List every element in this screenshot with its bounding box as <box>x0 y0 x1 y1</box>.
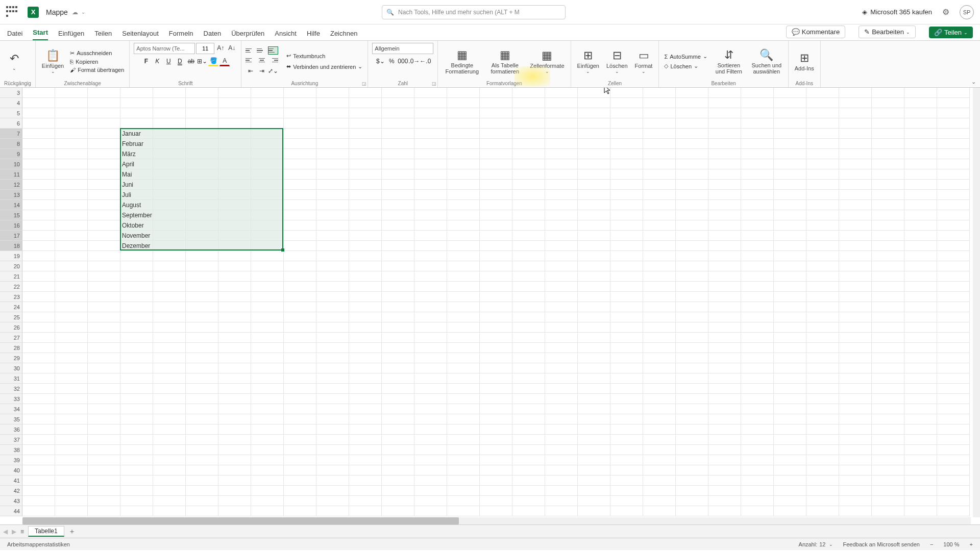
cell[interactable] <box>578 282 610 292</box>
cell[interactable] <box>676 343 708 353</box>
cell[interactable] <box>186 98 218 108</box>
cell[interactable] <box>153 414 186 424</box>
cell[interactable] <box>447 210 480 220</box>
cell[interactable] <box>55 200 88 210</box>
currency-button[interactable]: $⌄ <box>375 56 385 66</box>
cell[interactable] <box>937 414 970 424</box>
cell[interactable] <box>643 159 676 169</box>
cell[interactable] <box>88 302 120 312</box>
cell[interactable] <box>806 200 839 210</box>
cell[interactable] <box>708 465 741 475</box>
cell[interactable] <box>88 200 120 210</box>
cell[interactable] <box>937 220 970 231</box>
cell[interactable] <box>806 190 839 200</box>
cell[interactable] <box>447 149 480 159</box>
cell[interactable] <box>251 220 284 231</box>
cell[interactable] <box>545 292 578 302</box>
cell[interactable] <box>774 88 806 98</box>
cell[interactable] <box>774 363 806 373</box>
cell[interactable] <box>806 251 839 261</box>
cell[interactable] <box>382 465 414 475</box>
tab-datei[interactable]: Datei <box>7 30 22 40</box>
cell[interactable] <box>708 169 741 180</box>
cell[interactable] <box>676 465 708 475</box>
cell[interactable] <box>414 302 447 312</box>
cell[interactable] <box>937 486 970 496</box>
cell[interactable] <box>708 302 741 312</box>
cell[interactable] <box>774 251 806 261</box>
cell[interactable] <box>414 200 447 210</box>
cell[interactable] <box>284 149 316 159</box>
cell[interactable] <box>120 118 153 129</box>
cell[interactable] <box>349 363 382 373</box>
cell[interactable] <box>316 435 349 445</box>
cell[interactable] <box>839 445 872 455</box>
cell[interactable] <box>839 424 872 435</box>
cell[interactable] <box>349 424 382 435</box>
cell[interactable] <box>480 180 512 190</box>
cell[interactable] <box>218 404 251 414</box>
cell[interactable] <box>251 282 284 292</box>
cell[interactable] <box>578 465 610 475</box>
cell[interactable] <box>741 159 774 169</box>
increase-decimal-button[interactable]: .0→ <box>409 56 419 66</box>
cell[interactable] <box>218 475 251 486</box>
align-left-button[interactable] <box>246 56 256 64</box>
cell[interactable] <box>414 231 447 241</box>
cell[interactable] <box>904 271 937 282</box>
row-header[interactable]: 24 <box>0 302 22 312</box>
cell[interactable] <box>382 333 414 343</box>
cell[interactable] <box>447 200 480 210</box>
row-header[interactable]: 8 <box>0 139 22 149</box>
cell[interactable] <box>218 506 251 516</box>
cell[interactable] <box>512 404 545 414</box>
cell[interactable] <box>349 118 382 129</box>
cell[interactable] <box>904 363 937 373</box>
cell[interactable] <box>316 414 349 424</box>
cell[interactable] <box>251 445 284 455</box>
cell[interactable] <box>153 506 186 516</box>
cell[interactable] <box>22 384 55 394</box>
cell[interactable] <box>251 486 284 496</box>
cell[interactable] <box>55 465 88 475</box>
decrease-font-button[interactable]: A↓ <box>227 43 237 53</box>
cell[interactable] <box>545 343 578 353</box>
row-header[interactable]: 38 <box>0 445 22 455</box>
cell[interactable] <box>839 333 872 343</box>
cell[interactable] <box>610 108 643 118</box>
cell[interactable] <box>447 231 480 241</box>
cell[interactable] <box>708 108 741 118</box>
cell[interactable] <box>251 271 284 282</box>
cell[interactable] <box>218 363 251 373</box>
cell[interactable] <box>676 180 708 190</box>
workbook-stats-label[interactable]: Arbeitsmappenstatistiken <box>7 541 70 547</box>
cell[interactable] <box>186 180 218 190</box>
cell[interactable] <box>186 414 218 424</box>
cell[interactable] <box>480 312 512 322</box>
cell[interactable] <box>708 190 741 200</box>
cell[interactable] <box>382 118 414 129</box>
cell[interactable] <box>806 404 839 414</box>
cell[interactable] <box>610 486 643 496</box>
cell[interactable] <box>55 129 88 139</box>
cell[interactable] <box>88 261 120 271</box>
cell[interactable] <box>447 322 480 333</box>
cell[interactable] <box>774 180 806 190</box>
cell[interactable] <box>120 435 153 445</box>
cell[interactable] <box>676 475 708 486</box>
cell[interactable] <box>937 475 970 486</box>
cell[interactable] <box>806 353 839 363</box>
cell[interactable] <box>88 220 120 231</box>
cell[interactable] <box>55 88 88 98</box>
cell[interactable] <box>839 404 872 414</box>
cell[interactable] <box>153 445 186 455</box>
cell[interactable] <box>251 414 284 424</box>
cell[interactable] <box>741 98 774 108</box>
cell[interactable] <box>643 271 676 282</box>
find-select-button[interactable]: 🔍Suchen und auswählen <box>749 47 784 76</box>
cell[interactable] <box>349 180 382 190</box>
cell[interactable] <box>872 404 904 414</box>
cell[interactable] <box>643 465 676 475</box>
cell[interactable] <box>676 384 708 394</box>
cell[interactable] <box>578 241 610 251</box>
